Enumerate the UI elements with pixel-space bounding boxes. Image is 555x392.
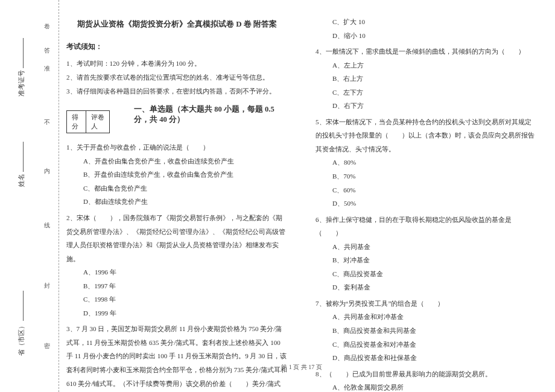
province-label: 省（市区） xyxy=(17,323,25,356)
name-underline[interactable] xyxy=(23,142,24,172)
exam-title: 期货从业资格《期货投资分析》全真模拟试卷 D 卷 附答案 xyxy=(66,19,288,30)
q4-opt-d: D、右下方 xyxy=(316,99,537,113)
q5-opt-d: D、50% xyxy=(316,197,537,210)
q1-opt-d: D、都由连续竞价产生 xyxy=(66,195,288,209)
section-heading: 一、单选题（本大题共 80 小题，每题 0.5 分，共 40 分） xyxy=(134,104,288,125)
score-cell-score: 得分 xyxy=(67,111,86,133)
q1-opt-c: C、都由集合竞价产生 xyxy=(66,182,288,195)
q6-opt-d: D、套利基金 xyxy=(316,280,537,294)
province-field[interactable]: 省（市区） xyxy=(17,291,26,356)
q3-opt-d: D、缩小 10 xyxy=(316,29,537,43)
q7-opt-a: A、共同基金和对冲基金 xyxy=(316,310,537,324)
notice-2: 2、请首先按要求在试卷的指定位置填写您的姓名、准考证号等信息。 xyxy=(66,71,288,84)
q7-opt-c: C、商品投资基金和对冲基金 xyxy=(316,338,537,352)
q5-opt-b: B、70% xyxy=(316,169,537,183)
page-footer: 第 1 页 共 17 页 xyxy=(66,363,537,371)
q3-stem: 3、7 月 30 日，美国芝加哥期货交易所 11 月份小麦期货价格为 750 美… xyxy=(66,322,288,392)
q3-opt-c: C、扩大 10 xyxy=(316,15,537,29)
q1-opt-a: A、开盘价由集合竞价产生，收盘价由连续竞价产生 xyxy=(66,154,288,168)
q1-stem: 1、关于开盘价与收盘价，正确的说法是（ ） xyxy=(66,141,288,154)
province-underline[interactable] xyxy=(23,291,24,321)
score-box: 得分 评卷人 xyxy=(66,110,110,133)
q2-opt-c: C、1998 年 xyxy=(66,292,288,306)
name-field[interactable]: 姓名 xyxy=(17,142,26,187)
binding-char-bu: 不 xyxy=(42,115,51,121)
q2-opt-a: A、1996 年 xyxy=(66,265,288,279)
q1-opt-b: B、开盘价由连续竞价产生，收盘价由集合竞价产生 xyxy=(66,168,288,182)
score-cell-rater: 评卷人 xyxy=(86,111,109,133)
binding-char-zhun: 准 xyxy=(42,60,51,66)
q2-opt-b: B、1997 年 xyxy=(66,279,288,293)
binding-char-feng: 封 xyxy=(42,277,51,283)
notice-heading: 考试须知： xyxy=(66,42,288,52)
admission-label: 准考证号 xyxy=(17,70,25,96)
q5-stem: 5、宋体一般情况下，当会员某种持仓合约的投机头寸达到交易所对其规定的投机头寸持仓… xyxy=(316,115,537,156)
notice-3: 3、请仔细阅读各种题目的回答要求，在密封线内答题，否则不予评分。 xyxy=(66,84,288,98)
notice-1: 1、考试时间：120 分钟，本卷满分为 100 分。 xyxy=(66,57,288,71)
left-column: 期货从业资格《期货投资分析》全真模拟试卷 D 卷 附答案 考试须知： 1、考试时… xyxy=(66,15,288,392)
q2-stem: 2、宋体（ ），国务院颁布了《期货交易暂行条例》，与之配套的《期货交易所管理办法… xyxy=(66,211,288,265)
q6-opt-a: A、共同基金 xyxy=(316,240,537,254)
q4-opt-a: A、左上方 xyxy=(316,58,537,72)
q6-stem: 6、操作上保守稳健，目的在于取得长期稳定的低风险收益的基金是（ ） xyxy=(316,213,537,240)
admission-underline[interactable] xyxy=(23,38,24,68)
q7-stem: 7、被称为“另类投资工具”的组合是（ ） xyxy=(316,297,537,311)
binding-char-da: 答 xyxy=(42,42,51,48)
q6-opt-c: C、商品投资基金 xyxy=(316,267,537,281)
q7-opt-b: B、商品投资基金和共同基金 xyxy=(316,324,537,338)
binding-char-mi: 密 xyxy=(42,338,51,344)
name-label: 姓名 xyxy=(17,174,25,187)
binding-char-nei: 内 xyxy=(42,163,51,169)
admission-field[interactable]: 准考证号 xyxy=(17,38,26,96)
q4-opt-c: C、左下方 xyxy=(316,86,537,100)
right-column: C、扩大 10 D、缩小 10 4、一般情况下，需求曲线是一条倾斜的曲线，其倾斜… xyxy=(316,15,537,392)
q5-opt-a: A、80% xyxy=(316,156,537,169)
binding-line: 密 封 线 内 不 准 答 卷 xyxy=(37,0,59,392)
page-body: 期货从业资格《期货投资分析》全真模拟试卷 D 卷 附答案 考试须知： 1、考试时… xyxy=(66,15,537,374)
q4-opt-b: B、右上方 xyxy=(316,72,537,86)
binding-char-juan: 卷 xyxy=(42,18,51,24)
q4-stem: 4、一般情况下，需求曲线是一条倾斜的曲线，其倾斜的方向为（ ） xyxy=(316,45,537,58)
q5-opt-c: C、60% xyxy=(316,183,537,197)
q8-opt-a: A、伦敦金属期货交易所 xyxy=(316,381,537,392)
q2-opt-d: D、1999 年 xyxy=(66,306,288,320)
binding-char-xian: 线 xyxy=(42,217,51,223)
candidate-fields: 省（市区） 姓名 准考证号 xyxy=(0,0,36,392)
q6-opt-b: B、对冲基金 xyxy=(316,253,537,267)
